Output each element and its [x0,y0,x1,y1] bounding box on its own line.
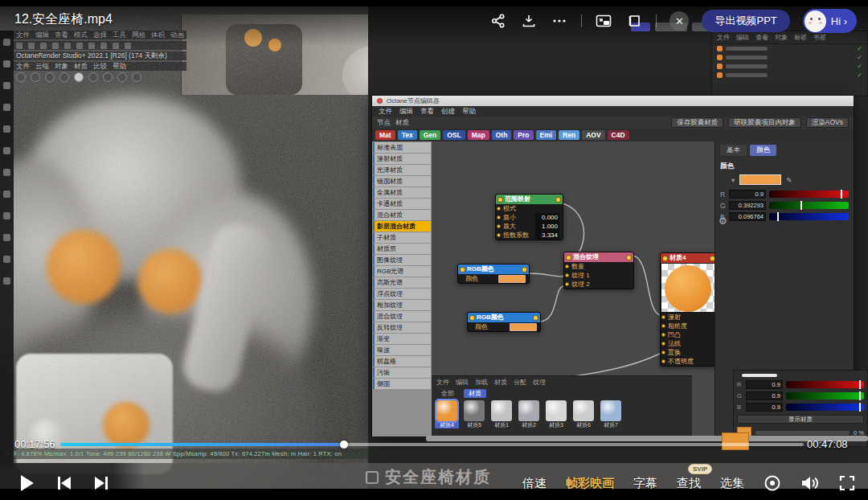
previous-button[interactable] [56,476,72,490]
node-param-row[interactable]: 颜色 [468,322,540,331]
material-sphere[interactable] [573,400,594,421]
input-port[interactable] [661,324,665,328]
material-sphere[interactable] [491,400,512,421]
node-category-chip[interactable]: Emi [536,130,557,140]
export-ppt-button[interactable]: 导出视频PPT [702,10,789,32]
green-slider[interactable] [769,202,849,209]
node-rgb-color-2[interactable]: RGB颜色 颜色 [467,312,541,332]
node-param-row[interactable]: 纹理 1 [564,271,633,280]
node-type-item[interactable]: 卡通材质 [373,199,431,209]
material-sphere[interactable] [436,400,457,421]
find-button[interactable]: 查找 [677,476,701,490]
menu-item[interactable]: 帮助 [113,62,126,71]
c4d-left-toolbar[interactable] [0,31,14,469]
node-param-row[interactable]: 漫射 [661,313,714,322]
node-category-chip[interactable]: Pro [514,130,533,140]
node-category-chip[interactable]: AOV [582,130,604,140]
node-header[interactable]: 材质4 [661,253,714,263]
node-type-item[interactable]: 漫射材质 [373,154,431,164]
node-editor-menu[interactable]: 文件编辑查看创建帮助 [372,106,854,117]
node-param-row[interactable]: 置换 [661,348,714,357]
red-slider[interactable] [769,191,849,198]
node-param-row[interactable]: 粗糙度 [661,322,714,330]
object-row[interactable]: ✓ [712,62,867,71]
render-aovs-button[interactable]: 渲染AOVs [806,117,849,128]
node-type-item[interactable]: 反转纹理 [373,322,431,333]
material-sphere[interactable] [464,400,485,421]
node-param-row[interactable]: 模式 [496,204,563,213]
hdr-mode-button[interactable]: 帧彩映画 [566,476,614,491]
color-swatch[interactable] [498,275,526,283]
node-category-chip[interactable]: Oth [492,130,512,140]
input-port[interactable] [661,359,665,363]
input-port[interactable] [661,333,665,337]
menu-item[interactable]: 帮助 [462,107,476,117]
subtitles-button[interactable]: 字幕 [633,476,657,491]
screen-record-icon[interactable] [764,474,781,492]
tab-nodes[interactable]: 节点 [377,118,391,128]
g-value[interactable]: 0.9 [746,391,783,400]
tab-color[interactable]: 颜色 [750,145,776,156]
node-type-item[interactable]: 高斯光谱 [373,277,431,288]
node-type-item[interactable]: 相加纹理 [373,300,431,310]
r-value[interactable]: 0.9 [746,380,783,389]
node-param-row[interactable]: 指数系数3.334 [496,231,563,240]
input-port[interactable] [497,233,501,237]
node-param-row[interactable]: 最大1.000 [496,222,563,231]
node-type-item[interactable]: 噪波 [373,345,431,355]
b-value[interactable]: 0.9 [746,403,783,412]
menu-item[interactable]: 编辑 [456,378,469,387]
node-category-chip[interactable]: Mat [375,130,395,140]
node-header[interactable]: RGB颜色 [458,264,529,274]
menu-item[interactable]: 材质 [74,62,88,71]
horizontal-scrollbar[interactable] [426,436,868,441]
tab-all[interactable]: 全部 [436,389,459,398]
share-icon[interactable] [489,12,507,30]
node-param-row[interactable]: 最小0.000 [496,213,563,222]
menu-item[interactable]: 查看 [420,107,434,117]
menu-item[interactable]: 材质 [494,378,507,387]
node-graph-canvas[interactable]: 范围映射 模式 最小0.000最大1.000指数系数3.334 混合纹理 数量纹… [432,141,714,436]
input-port[interactable] [661,315,665,319]
node-category-chip[interactable]: C4D [608,130,629,140]
more-icon[interactable] [551,12,568,30]
node-type-item[interactable]: 标准表面 [373,142,431,153]
menu-item[interactable]: 创建 [441,107,455,117]
volume-icon[interactable] [800,474,820,492]
show-material-button[interactable]: 显示材质 [737,415,864,424]
input-port[interactable] [565,264,569,268]
menu-item[interactable]: 文件 [379,107,392,117]
tab-materials[interactable]: 材质 [395,118,409,128]
node-material[interactable]: 材质4 漫射粗糙度凹凸法线置换不透明度 [660,252,714,367]
node-param-row[interactable]: 颜色 [458,274,529,283]
input-port[interactable] [565,273,569,277]
menu-item[interactable]: 对象 [55,62,68,71]
node-param-row[interactable]: 纹理 2 [564,280,633,289]
progress-bar[interactable] [60,443,804,446]
mini-player-icon[interactable] [625,12,643,30]
blue-slider[interactable] [769,213,849,220]
tab-materials[interactable]: 材质 [464,389,486,398]
node-header[interactable]: RGB颜色 [468,313,540,322]
node-param-row[interactable]: 数量 [564,262,633,271]
tab-basic[interactable]: 基本 [720,145,747,156]
node-param-row[interactable]: 不透明度 [661,357,714,366]
node-type-item[interactable]: 光泽材质 [373,165,431,175]
video-frame[interactable]: 文件编辑查看模式选择工具网格体积动画模拟渲染扩展 OctaneRender St… [0,6,868,489]
node-type-item[interactable]: 渐变 [373,334,431,344]
g-slider[interactable] [786,392,864,400]
node-header[interactable]: 混合纹理 [564,252,633,262]
node-rgb-color-1[interactable]: RGB颜色 颜色 [457,264,530,284]
node-category-chip[interactable]: Tex [398,130,417,140]
link-capsule-button[interactable]: 研联胶囊项目内对象 [728,117,801,128]
input-port[interactable] [497,215,501,219]
gear-icon[interactable]: ⚙ [719,215,727,227]
node-category-chip[interactable]: Gen [420,130,441,140]
input-port[interactable] [497,224,501,228]
selected-color-swatch[interactable] [739,174,781,185]
next-button[interactable] [93,476,109,490]
node-type-item[interactable]: 混合纹理 [373,311,431,322]
fullscreen-icon[interactable] [839,475,855,491]
blue-value-field[interactable]: 0.096764 [729,212,766,221]
menu-item[interactable]: 文件 [16,62,30,71]
